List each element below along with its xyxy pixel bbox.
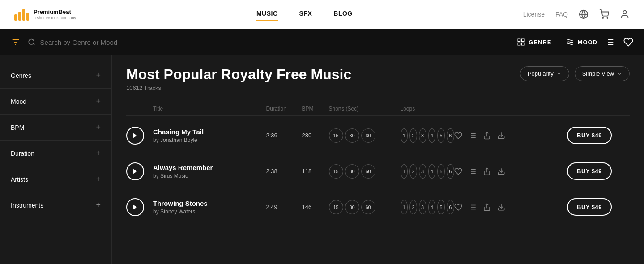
genre-filter-button[interactable]: GENRE: [517, 38, 551, 46]
nav-blog[interactable]: BLOG: [333, 10, 352, 19]
stems-icon[interactable]: [469, 132, 477, 140]
download-icon[interactable]: [497, 167, 505, 175]
track-name: Throwing Stones: [153, 200, 266, 207]
track-artist: by Sirus Music: [153, 173, 266, 179]
genre-icon: [517, 38, 525, 46]
share-icon[interactable]: [483, 132, 491, 140]
sidebar-item-duration[interactable]: Duration +: [0, 141, 111, 166]
loop-badge-2[interactable]: 2: [409, 164, 417, 179]
globe-icon[interactable]: [579, 9, 589, 19]
loop-badge-6[interactable]: 6: [447, 164, 454, 179]
page-title: Most Popular Royalty Free Music: [126, 66, 351, 83]
buy-cell: BUY $49: [567, 198, 630, 216]
favorite-icon[interactable]: [454, 167, 462, 175]
buy-button[interactable]: BUY $49: [567, 162, 612, 180]
table-row: Chasing My Tail by Jonathan Boyle 2:36 2…: [126, 118, 630, 153]
loop-badge-6[interactable]: 6: [447, 200, 454, 214]
share-icon[interactable]: [483, 203, 491, 211]
th-bpm: BPM: [302, 106, 329, 112]
loop-badge-5[interactable]: 5: [437, 128, 445, 143]
stems-icon[interactable]: [469, 203, 477, 211]
nav-music[interactable]: MUSIC: [256, 10, 278, 19]
heart-icon[interactable]: [623, 37, 633, 47]
nav-right: License FAQ: [523, 9, 630, 19]
loop-badge-5[interactable]: 5: [437, 164, 445, 179]
svg-point-3: [607, 17, 608, 18]
loop-badge-2[interactable]: 2: [409, 200, 417, 214]
nav-sfx[interactable]: SFX: [299, 10, 312, 19]
search-right-icons: [605, 37, 633, 47]
loop-badge-3[interactable]: 3: [419, 128, 426, 143]
loop-badge-1[interactable]: 1: [401, 164, 408, 179]
loop-badge-1[interactable]: 1: [401, 200, 408, 214]
svg-marker-38: [133, 204, 137, 209]
view-button[interactable]: Simple View: [575, 66, 630, 81]
play-button[interactable]: [126, 198, 144, 216]
short-badge-60[interactable]: 60: [361, 164, 375, 179]
play-button[interactable]: [126, 127, 144, 145]
short-badge-60[interactable]: 60: [361, 128, 375, 143]
chevron-down-icon-2: [617, 71, 622, 77]
search-input[interactable]: [40, 38, 510, 46]
sidebar-item-mood[interactable]: Mood +: [0, 89, 111, 115]
loop-badge-4[interactable]: 4: [428, 164, 436, 179]
playlist-icon[interactable]: [605, 37, 614, 47]
buy-button[interactable]: BUY $49: [567, 198, 612, 216]
share-icon[interactable]: [483, 167, 491, 175]
cart-icon[interactable]: [599, 9, 609, 19]
content-header: Most Popular Royalty Free Music 10612 Tr…: [126, 66, 630, 91]
svg-marker-29: [133, 169, 137, 174]
short-badge-30[interactable]: 30: [345, 128, 359, 143]
track-title-cell: Throwing Stones by Stoney Waters: [153, 200, 266, 215]
short-badge-30[interactable]: 30: [345, 200, 359, 214]
loop-badge-3[interactable]: 3: [419, 200, 426, 214]
artist-name[interactable]: Jonathan Boyle: [160, 137, 197, 143]
short-badge-30[interactable]: 30: [345, 164, 359, 179]
sidebar-item-artists[interactable]: Artists +: [0, 166, 111, 192]
track-name: Always Remember: [153, 164, 266, 171]
chevron-down-icon: [556, 71, 562, 77]
track-bpm: 146: [302, 204, 329, 210]
user-icon[interactable]: [620, 9, 630, 19]
loop-badge-5[interactable]: 5: [437, 200, 445, 214]
download-icon[interactable]: [497, 203, 505, 211]
short-badge-15[interactable]: 15: [329, 200, 343, 214]
loop-badge-4[interactable]: 4: [428, 128, 436, 143]
sidebar-item-instruments[interactable]: Instruments +: [0, 192, 111, 218]
track-duration: 2:36: [266, 132, 302, 139]
loop-badge-1[interactable]: 1: [401, 128, 408, 143]
sidebar-item-genres[interactable]: Genres +: [0, 63, 111, 89]
svg-rect-13: [522, 43, 524, 45]
favorite-icon[interactable]: [454, 203, 462, 211]
loop-badge-4[interactable]: 4: [428, 200, 436, 214]
artist-name[interactable]: Sirus Music: [160, 173, 188, 179]
stems-icon[interactable]: [469, 167, 477, 175]
short-badge-15[interactable]: 15: [329, 128, 343, 143]
sidebar-item-bpm[interactable]: BPM +: [0, 115, 111, 141]
artist-name[interactable]: Stoney Waters: [160, 209, 195, 215]
short-badge-15[interactable]: 15: [329, 164, 343, 179]
loop-badge-3[interactable]: 3: [419, 164, 426, 179]
mood-filter-button[interactable]: MOOD: [566, 38, 597, 46]
loop-badge-2[interactable]: 2: [409, 128, 417, 143]
sort-button[interactable]: Popularity: [520, 66, 569, 81]
play-button[interactable]: [126, 162, 144, 180]
track-bpm: 280: [302, 132, 329, 139]
track-title-cell: Chasing My Tail by Jonathan Boyle: [153, 128, 266, 143]
nav-center: MUSIC SFX BLOG: [107, 10, 502, 19]
favorite-icon[interactable]: [454, 132, 462, 140]
download-icon[interactable]: [497, 132, 505, 140]
license-link[interactable]: License: [523, 11, 545, 18]
short-badge-60[interactable]: 60: [361, 200, 375, 214]
faq-link[interactable]: FAQ: [555, 11, 568, 18]
bpm-expand-icon: +: [96, 123, 101, 132]
svg-rect-11: [522, 39, 524, 41]
logo-icon: [14, 8, 29, 21]
track-title-cell: Always Remember by Sirus Music: [153, 164, 266, 179]
tracks-list: Chasing My Tail by Jonathan Boyle 2:36 2…: [126, 118, 630, 225]
logo[interactable]: PremiumBeat a shutterstock company: [14, 8, 86, 21]
buy-button[interactable]: BUY $49: [567, 127, 612, 144]
svg-point-2: [602, 17, 603, 18]
loop-badge-6[interactable]: 6: [447, 128, 454, 143]
filter-toggle-button[interactable]: [11, 37, 21, 47]
